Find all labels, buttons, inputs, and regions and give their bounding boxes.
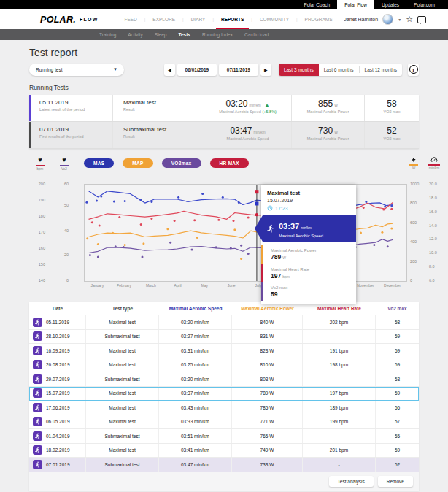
data-point-map[interactable]: [390, 228, 393, 230]
chat-bubble-icon[interactable]: [417, 16, 426, 23]
nav-item-diary[interactable]: DIARY: [184, 9, 213, 29]
data-point-mas[interactable]: [85, 201, 88, 204]
data-point-hr-max[interactable]: [118, 216, 120, 218]
data-point-hr-max[interactable]: [217, 219, 220, 221]
legend-pill-vo2max[interactable]: VO2max: [162, 158, 201, 168]
data-point-mas[interactable]: [100, 196, 102, 198]
data-point-mas[interactable]: [222, 196, 224, 199]
data-point-hr-max[interactable]: [174, 220, 176, 222]
table-row-28.10.2019[interactable]: 28.10.2019Submaximal test03:27 min/km831…: [29, 330, 419, 345]
data-point-hr-max[interactable]: [150, 218, 152, 220]
data-point-map[interactable]: [196, 237, 198, 239]
subnav-item-running-index[interactable]: Running Index: [196, 29, 239, 40]
table-row-17.06.2019[interactable]: 17.06.2019Maximal test03:43 min/km785 W1…: [29, 401, 419, 415]
data-point-hr-max[interactable]: [99, 225, 101, 227]
subnav-item-tests[interactable]: Tests: [172, 29, 196, 40]
data-point-hr-max[interactable]: [363, 207, 365, 209]
table-row-06.05.2019[interactable]: 06.05.2019Maximal test03:33 min/km771 W1…: [29, 415, 419, 430]
data-point-vo2max[interactable]: [115, 245, 117, 247]
data-point-hr-max[interactable]: [390, 208, 393, 210]
subnav-item-training[interactable]: Training: [93, 29, 122, 40]
column-header-maximal-aerobic-speed[interactable]: Maximal Aerobic Speed: [159, 302, 232, 315]
topbar-link-polar-coach[interactable]: Polar Coach: [296, 0, 337, 9]
table-row-16.09.2019[interactable]: 16.09.2019Maximal test03:31 min/km823 W1…: [29, 344, 419, 358]
favorites-star-icon[interactable]: ☆: [406, 15, 413, 23]
data-point-vo2max[interactable]: [89, 254, 91, 256]
data-point-map[interactable]: [233, 228, 236, 231]
data-point-hr-max[interactable]: [91, 221, 93, 223]
data-point-map[interactable]: [142, 242, 144, 245]
subnav-item-cardio-load[interactable]: Cardio load: [239, 29, 274, 40]
nav-item-programs[interactable]: PROGRAMS: [298, 9, 340, 29]
data-point-mas[interactable]: [238, 201, 240, 204]
data-point-map[interactable]: [360, 232, 362, 234]
table-row-18.02.2019[interactable]: 18.02.2019Maximal test03:41 min/km749 W2…: [29, 444, 419, 458]
data-point-hr-max[interactable]: [247, 217, 250, 219]
nav-item-feed[interactable]: FEED: [117, 9, 144, 29]
data-point-mas[interactable]: [390, 205, 393, 207]
table-row-07.01.2019[interactable]: 07.01.2019Submaximal test03:47 min/km733…: [29, 458, 419, 472]
topbar-link-polar-com[interactable]: Polar.com: [406, 0, 442, 9]
legend-pill-map[interactable]: MAP: [123, 158, 152, 168]
data-point-hr-max[interactable]: [233, 220, 235, 222]
data-point-vo2max[interactable]: [387, 245, 389, 247]
table-row-01.04.2019[interactable]: 01.04.2019Submaximal test03:51 min/km765…: [29, 429, 419, 444]
column-header-vo2-max[interactable]: Vo2 max: [376, 302, 419, 315]
data-point-mas[interactable]: [150, 201, 152, 203]
chart-canvas[interactable]: [85, 185, 406, 281]
info-button[interactable]: i: [408, 64, 419, 76]
data-point-vo2max[interactable]: [215, 246, 217, 248]
next-period-button[interactable]: ▶: [260, 64, 271, 76]
range-button-last-12-months[interactable]: Last 12 months: [360, 64, 402, 76]
chart-plot-area[interactable]: [84, 184, 407, 282]
data-point-hr-max[interactable]: [382, 209, 385, 211]
previous-period-button[interactable]: ◀: [164, 64, 175, 76]
data-point-mas[interactable]: [124, 200, 126, 202]
data-point-vo2max[interactable]: [97, 256, 99, 258]
date-to-input[interactable]: 07/11/2019: [219, 64, 258, 76]
data-point-vo2max[interactable]: [191, 249, 193, 251]
nav-item-reports[interactable]: REPORTS: [214, 9, 251, 29]
table-row-29.07.2019[interactable]: 29.07.2019Submaximal test03:20 min/km803…: [29, 372, 419, 387]
legend-pill-hr-max[interactable]: HR MAX: [210, 158, 249, 168]
data-point-mas[interactable]: [177, 196, 179, 199]
polar-flow-logo[interactable]: POLAR. FLOW: [40, 9, 98, 29]
user-menu-caret-icon[interactable]: ▼: [398, 18, 401, 22]
nav-item-explore[interactable]: EXPLORE: [145, 9, 182, 29]
legend-pill-mas[interactable]: MAS: [84, 158, 114, 168]
subnav-item-activity[interactable]: Activity: [122, 29, 149, 40]
data-point-mas[interactable]: [96, 200, 98, 202]
data-point-mas[interactable]: [365, 201, 367, 203]
column-header-date[interactable]: Date: [29, 302, 86, 315]
test-type-dropdown[interactable]: Running test ▼: [29, 64, 124, 76]
data-point-vo2max[interactable]: [247, 253, 250, 255]
table-row-05.11.2019[interactable]: 05.11.2019Maximal test03:20 min/km840 W2…: [29, 315, 419, 330]
topbar-link-updates[interactable]: Updates: [374, 0, 406, 9]
data-point-map[interactable]: [381, 231, 383, 234]
nav-item-community[interactable]: COMMUNITY: [252, 9, 296, 29]
data-point-map[interactable]: [97, 243, 99, 245]
test-analysis-button[interactable]: Test analysis: [329, 476, 374, 487]
data-point-map[interactable]: [240, 258, 242, 260]
data-point-mas[interactable]: [384, 206, 386, 208]
data-point-vo2max[interactable]: [240, 245, 242, 247]
topbar-link-polar-flow[interactable]: Polar Flow: [337, 0, 374, 9]
range-button-last-6-months[interactable]: Last 6 months: [319, 64, 359, 76]
subnav-item-sleep[interactable]: Sleep: [149, 29, 173, 40]
data-point-vo2max[interactable]: [230, 247, 232, 249]
data-point-vo2max[interactable]: [373, 244, 375, 246]
table-row-26.08.2019[interactable]: 26.08.2019Maximal test03:25 min/km810 W1…: [29, 358, 419, 373]
data-point-map[interactable]: [112, 232, 114, 234]
data-point-vo2max[interactable]: [123, 246, 125, 248]
range-button-last-3-months[interactable]: Last 3 months: [279, 64, 319, 76]
column-header-test-type[interactable]: Test type: [86, 302, 159, 315]
date-from-input[interactable]: 06/01/2019: [177, 64, 217, 76]
data-point-hr-max[interactable]: [140, 223, 142, 226]
data-point-vo2max[interactable]: [142, 256, 144, 258]
data-point-vo2max[interactable]: [169, 242, 171, 244]
remove-button[interactable]: Remove: [378, 476, 413, 487]
data-point-map[interactable]: [166, 228, 169, 230]
table-row-15.07.2019[interactable]: 15.07.2019Maximal test03:37 min/km789 W1…: [29, 387, 419, 401]
data-point-mas[interactable]: [140, 199, 142, 201]
data-point-map[interactable]: [86, 237, 88, 239]
